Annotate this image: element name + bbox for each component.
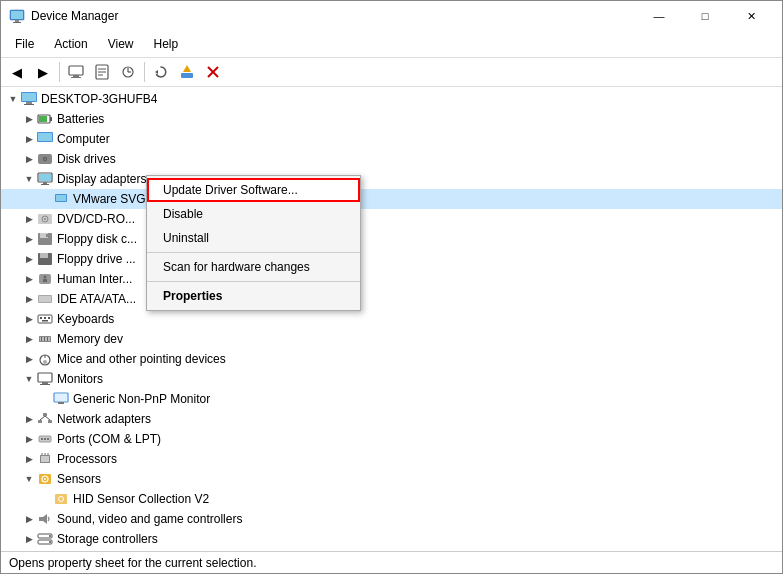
svg-rect-67 [55,394,67,401]
tree-item-label: HID Sensor Collection V2 [73,492,209,506]
list-item[interactable]: Generic Non-PnP Monitor [1,389,782,409]
expand-display[interactable]: ▼ [21,171,37,187]
list-item[interactable]: ▶ Processors [1,449,782,469]
tree-root[interactable]: ▼ DESKTOP-3GHUFB4 [1,89,782,109]
expand-computer[interactable]: ▶ [21,131,37,147]
svg-rect-47 [43,279,47,282]
list-item[interactable]: ▶ DVD/CD-RO... [1,209,782,229]
back-button[interactable]: ◀ [5,60,29,84]
maximize-button[interactable]: □ [682,1,728,31]
svg-rect-2 [15,20,19,22]
menu-view[interactable]: View [98,33,144,55]
expand-mice[interactable]: ▶ [21,351,37,367]
list-item[interactable]: ▶ Network adapters [1,409,782,429]
svg-rect-54 [42,320,48,322]
expand-root[interactable]: ▼ [5,91,21,107]
expand-sound[interactable]: ▶ [21,511,37,527]
expand-monitors[interactable]: ▼ [21,371,37,387]
svg-rect-70 [38,420,42,423]
list-item[interactable]: ▶ Disk drives [1,149,782,169]
svg-rect-53 [48,317,50,319]
tree-item-label: IDE ATA/ATA... [57,292,136,306]
ctx-uninstall[interactable]: Uninstall [147,226,360,250]
window-icon [9,8,25,24]
menu-action[interactable]: Action [44,33,97,55]
expand-processors[interactable]: ▶ [21,451,37,467]
expand-network[interactable]: ▶ [21,411,37,427]
list-item[interactable]: ▶ Computer [1,129,782,149]
network-icon [37,411,53,427]
list-item[interactable]: ▼ Sensors [1,469,782,489]
list-item[interactable]: VMware SVGA 3D [1,189,782,209]
list-item[interactable]: ▶ Keyboards [1,309,782,329]
tree-item-label: Batteries [57,112,104,126]
svg-rect-51 [40,317,42,319]
ctx-scan[interactable]: Scan for hardware changes [147,255,360,279]
list-item[interactable]: ▶ Mice and other pointing devices [1,349,782,369]
menu-file[interactable]: File [5,33,44,55]
expand-ide[interactable]: ▶ [21,291,37,307]
list-item[interactable]: ▶ Batteries [1,109,782,129]
list-item[interactable]: ▼ Monitors [1,369,782,389]
tree-root-label: DESKTOP-3GHUFB4 [41,92,157,106]
expand-floppy-drive[interactable]: ▶ [21,251,37,267]
ide-icon [37,291,53,307]
svg-rect-88 [39,517,43,521]
expand-dvd[interactable]: ▶ [21,211,37,227]
expand-sensors[interactable]: ▼ [21,471,37,487]
svg-rect-65 [40,384,50,385]
svg-marker-14 [155,70,158,74]
toolbar-computer[interactable] [64,60,88,84]
ctx-properties[interactable]: Properties [147,284,360,308]
svg-rect-64 [42,382,48,384]
expand-hid[interactable]: ▶ [21,271,37,287]
svg-rect-32 [39,174,51,181]
toolbar: ◀ ▶ [1,58,782,87]
svg-rect-33 [43,182,47,184]
list-item[interactable]: ▶ Memory dev [1,329,782,349]
minimize-button[interactable]: — [636,1,682,31]
expand-disk[interactable]: ▶ [21,151,37,167]
expand-batteries[interactable]: ▶ [21,111,37,127]
menu-help[interactable]: Help [144,33,189,55]
tree-item-label: Floppy disk c... [57,232,137,246]
list-item[interactable]: ▼ System devices [1,549,782,551]
svg-rect-6 [71,77,81,78]
device-manager-window: Device Manager — □ ✕ File Action View He… [0,0,783,574]
list-item[interactable]: HID Sensor Collection V2 [1,489,782,509]
hid-icon [37,271,53,287]
close-button[interactable]: ✕ [728,1,774,31]
toolbar-refresh[interactable] [149,60,173,84]
svg-rect-52 [44,317,46,319]
list-item[interactable]: ▶ Sound, video and game controllers [1,509,782,529]
ports-icon [37,431,53,447]
expand-floppy-disk[interactable]: ▶ [21,231,37,247]
hid-sensor-icon [53,491,69,507]
svg-point-75 [41,438,43,440]
expand-memory[interactable]: ▶ [21,331,37,347]
list-item[interactable]: ▼ Display adapters [1,169,782,189]
list-item[interactable]: ▶ Floppy disk c... [1,229,782,249]
list-item[interactable]: ▶ Ports (COM & LPT) [1,429,782,449]
list-item[interactable]: ▶ Storage controllers [1,529,782,549]
toolbar-update[interactable] [175,60,199,84]
expand-keyboards[interactable]: ▶ [21,311,37,327]
memory-icon [37,331,53,347]
ctx-disable[interactable]: Disable [147,202,360,226]
svg-rect-36 [56,195,66,201]
tree-item-label: Human Inter... [57,272,132,286]
toolbar-properties[interactable] [90,60,114,84]
expand-ports[interactable]: ▶ [21,431,37,447]
ctx-update-driver[interactable]: Update Driver Software... [147,178,360,202]
forward-button[interactable]: ▶ [31,60,55,84]
expand-storage[interactable]: ▶ [21,531,37,547]
tree-item-label: Storage controllers [57,532,158,546]
tree-item-label: Floppy drive ... [57,252,136,266]
toolbar-scan[interactable] [116,60,140,84]
list-item[interactable]: ▶ IDE ATA/ATA... [1,289,782,309]
list-item[interactable]: ▶ Floppy drive ... [1,249,782,269]
device-tree[interactable]: ▼ DESKTOP-3GHUFB4 ▶ [1,87,782,551]
list-item[interactable]: ▶ Human Inter... [1,269,782,289]
context-menu-separator-2 [147,281,360,282]
toolbar-uninstall[interactable] [201,60,225,84]
